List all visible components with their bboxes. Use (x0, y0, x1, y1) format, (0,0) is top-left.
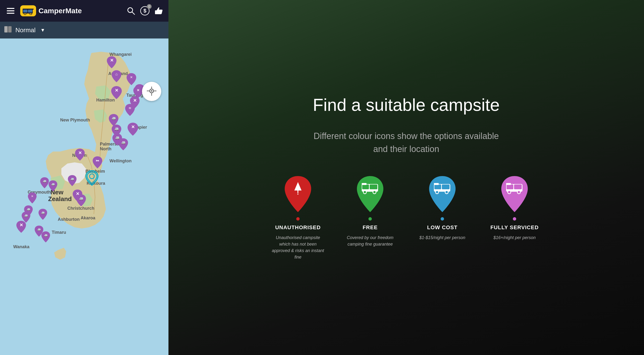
logo-icon (22, 7, 34, 15)
free-pin-svg (356, 175, 384, 213)
lowcost-pin-icon (428, 175, 457, 213)
deals-button[interactable]: $ 0 (140, 6, 150, 16)
svg-text:North: North (100, 146, 112, 151)
svg-point-38 (151, 90, 152, 92)
map-type-selector[interactable]: Normal ▼ (0, 22, 168, 38)
svg-text:✕: ✕ (20, 223, 23, 228)
svg-text:🚐: 🚐 (27, 207, 30, 211)
reviews-button[interactable] (154, 6, 164, 15)
svg-rect-90 (506, 184, 513, 189)
map-pin-11[interactable]: ✕ (127, 122, 138, 136)
svg-text:✕: ✕ (133, 98, 137, 103)
svg-rect-2 (28, 10, 32, 12)
svg-text:🚐: 🚐 (24, 214, 28, 217)
app-name: CamperMate (38, 7, 82, 14)
map-pin-14[interactable]: ✕ (74, 148, 85, 161)
svg-rect-14 (8, 26, 12, 32)
svg-rect-83 (442, 184, 450, 189)
svg-text:🚐: 🚐 (114, 127, 119, 131)
map-pin-current[interactable] (86, 170, 98, 186)
svg-text:🚐: 🚐 (43, 179, 46, 183)
promo-title: Find a suitable campsite (313, 94, 500, 115)
svg-text:✕: ✕ (130, 75, 133, 79)
svg-text:🚐: 🚐 (70, 177, 74, 181)
fullserviced-dot (513, 217, 516, 221)
campsite-types-container: ! UNAUTHORISED Unauthorised campsite whi… (272, 175, 541, 261)
map-pin-16[interactable]: 🚐 (40, 177, 49, 189)
lowcost-desc: $1-$15/night per person (419, 235, 465, 241)
campsite-type-fullserviced: FULLY SERVICED $16+/night per person (488, 175, 541, 241)
svg-text:🚐: 🚐 (37, 228, 41, 231)
dropdown-arrow-icon[interactable]: ▼ (40, 27, 45, 33)
svg-text:🚐: 🚐 (121, 140, 126, 145)
svg-point-6 (30, 13, 32, 15)
svg-text:🚐: 🚐 (112, 116, 116, 120)
map-pin-18[interactable]: 🚐 (68, 175, 77, 187)
svg-text:✕: ✕ (137, 88, 140, 92)
svg-text:🚐: 🚐 (44, 233, 48, 237)
header-actions: $ 0 (126, 6, 164, 16)
svg-text:Wanaka: Wanaka (13, 244, 30, 249)
map-pin-15[interactable]: 🛏 (92, 156, 103, 169)
deals-badge: 0 (147, 4, 152, 9)
svg-text:New Plymouth: New Plymouth (60, 118, 90, 122)
svg-rect-75 (370, 184, 377, 189)
campsite-type-unauthorised: ! UNAUTHORISED Unauthorised campsite whi… (272, 175, 324, 261)
svg-text:✕: ✕ (31, 195, 34, 198)
svg-text:🛏: 🛏 (96, 158, 99, 162)
map-pin-13[interactable]: 🚐 (118, 138, 128, 151)
map-panel: CamperMate $ 0 (0, 0, 168, 355)
svg-rect-88 (434, 183, 439, 185)
map-type-label: Normal (16, 26, 36, 34)
search-button[interactable] (126, 6, 135, 15)
svg-point-85 (436, 191, 438, 193)
thumbsup-icon (154, 6, 164, 15)
free-pin-icon (356, 175, 384, 213)
map-book-icon (4, 26, 12, 34)
map-pin-5[interactable]: ✕ (111, 86, 122, 100)
svg-text:Wellington: Wellington (110, 158, 132, 163)
unauthorised-desc: Unauthorised campsite which has not been… (272, 235, 324, 261)
svg-text:✕: ✕ (78, 151, 82, 155)
map-type-icon (4, 26, 12, 33)
svg-rect-1 (23, 10, 28, 12)
svg-text:☆: ☆ (115, 72, 118, 76)
svg-rect-7 (22, 9, 34, 10)
logo-container: CamperMate (20, 5, 82, 16)
svg-text:≋: ≋ (128, 106, 132, 110)
svg-text:Timaru: Timaru (52, 230, 66, 235)
map-pin-21[interactable]: 🚐 (76, 194, 86, 207)
svg-rect-82 (434, 184, 441, 189)
unauthorised-dot (296, 217, 300, 221)
svg-point-4 (24, 13, 26, 15)
free-dot (368, 217, 372, 221)
unauthorised-label: UNAUTHORISED (275, 224, 320, 231)
svg-text:✕: ✕ (131, 125, 135, 129)
svg-point-93 (508, 191, 510, 193)
svg-rect-96 (506, 183, 511, 185)
svg-text:Ashburton: Ashburton (58, 217, 80, 222)
svg-point-58 (90, 174, 94, 179)
svg-rect-74 (362, 184, 369, 189)
hamburger-button[interactable] (5, 6, 16, 16)
map-background[interactable]: Whangarei Auckland Hamilton Tauranga New… (0, 38, 168, 355)
fullserviced-label: FULLY SERVICED (490, 224, 539, 231)
map-pin-23[interactable]: 🚐 (38, 208, 48, 220)
location-button[interactable] (142, 82, 161, 101)
map-pin-19[interactable]: ✕ (28, 192, 37, 204)
promo-subtitle: Different colour icons show the options … (310, 130, 502, 156)
free-label: FREE (363, 224, 378, 231)
app-header: CamperMate $ 0 (0, 0, 168, 22)
search-icon (126, 6, 135, 15)
map-pin-27[interactable]: 🚐 (41, 231, 50, 243)
logo-badge (20, 5, 36, 16)
svg-text:!: ! (297, 189, 299, 196)
map-pin-8[interactable]: ≋ (125, 103, 135, 116)
unauthorised-pin-svg: ! (284, 175, 312, 213)
map-pin-25[interactable]: 🚐 (21, 211, 31, 223)
map-pin-17[interactable]: 🚐 (48, 180, 58, 192)
map-pin-1[interactable]: ✕ (106, 56, 117, 69)
map-pin-2[interactable]: ☆ (111, 70, 122, 83)
svg-rect-13 (4, 26, 8, 32)
svg-text:🚐: 🚐 (51, 182, 55, 186)
